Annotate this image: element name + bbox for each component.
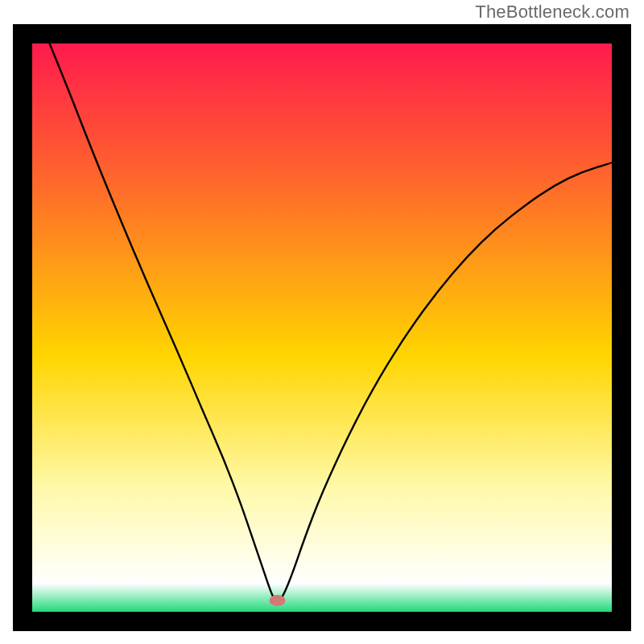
chart-container: { "watermark": "TheBottleneck.com", "cha… <box>0 0 644 644</box>
optimum-marker <box>270 595 286 606</box>
bottleneck-chart <box>0 0 644 644</box>
watermark-text: TheBottleneck.com <box>475 2 630 23</box>
chart-background-gradient <box>32 43 612 612</box>
